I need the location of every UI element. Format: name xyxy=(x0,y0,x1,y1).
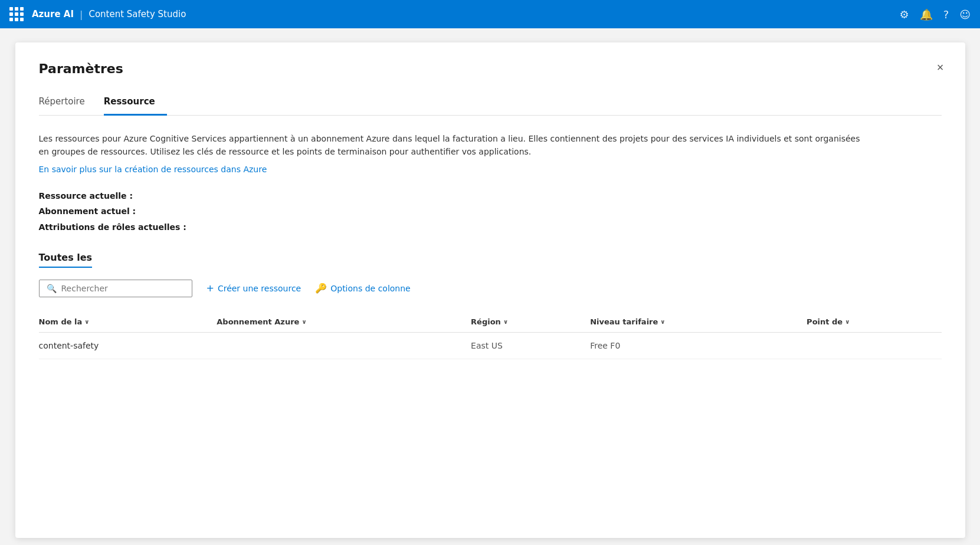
current-role-assignments-label: Attributions de rôles actuelles : xyxy=(39,219,942,235)
tab-description: Les ressources pour Azure Cognitive Serv… xyxy=(39,132,865,159)
help-icon[interactable]: ? xyxy=(943,8,949,21)
toolbar: 🔍 + Créer une ressource 🔑 Options de col… xyxy=(39,280,942,297)
search-input[interactable] xyxy=(61,284,185,293)
feedback-icon[interactable]: ☺ xyxy=(959,8,971,21)
resource-info: Ressource actuelle : Abonnement actuel :… xyxy=(39,188,942,235)
column-options-button[interactable]: 🔑 Options de colonne xyxy=(315,280,411,296)
sort-icon-subscription: ∨ xyxy=(301,319,306,325)
current-subscription-label: Abonnement actuel : xyxy=(39,203,942,219)
sort-icon-tier: ∨ xyxy=(660,319,665,325)
learn-more-link[interactable]: En savoir plus sur la création de ressou… xyxy=(39,165,942,174)
table-section-title: Toutes les xyxy=(39,252,93,268)
create-resource-button[interactable]: + Créer une ressource xyxy=(207,280,301,296)
tabs-container: Répertoire Ressource xyxy=(39,90,942,116)
topbar: Azure AI | Content Safety Studio ⚙ 🔔 ? ☺ xyxy=(0,0,980,28)
table-header-row: Nom de la ∨ Abonnement Azure ∨ Région ∨ xyxy=(39,311,942,333)
sort-icon-point: ∨ xyxy=(845,319,850,325)
plus-icon: + xyxy=(207,283,214,294)
table-row[interactable]: content-safety East US Free F0 xyxy=(39,332,942,359)
col-header-point[interactable]: Point de ∨ xyxy=(807,311,941,333)
app-name: Content Safety Studio xyxy=(89,9,186,19)
search-icon: 🔍 xyxy=(47,284,57,293)
topbar-icons: ⚙ 🔔 ? ☺ xyxy=(900,8,971,21)
table-section-header: Toutes les xyxy=(39,252,942,280)
create-resource-label: Créer une ressource xyxy=(218,284,301,293)
sort-icon-name: ∨ xyxy=(84,319,89,325)
sort-icon-region: ∨ xyxy=(503,319,508,325)
cell-point xyxy=(807,332,941,359)
tab-repertoire[interactable]: Répertoire xyxy=(39,90,97,116)
current-resource-label: Ressource actuelle : xyxy=(39,188,942,204)
app-brand: Azure AI xyxy=(32,9,74,19)
column-icon: 🔑 xyxy=(315,283,327,294)
tab-ressource[interactable]: Ressource xyxy=(104,90,167,116)
cell-tier: Free F0 xyxy=(590,332,807,359)
cell-name: content-safety xyxy=(39,332,217,359)
resource-table: Nom de la ∨ Abonnement Azure ∨ Région ∨ xyxy=(39,311,942,359)
panel-title: Paramètres xyxy=(39,61,942,76)
search-box[interactable]: 🔍 xyxy=(39,280,192,297)
column-options-label: Options de colonne xyxy=(330,284,411,293)
bell-icon[interactable]: 🔔 xyxy=(920,8,933,21)
settings-icon[interactable]: ⚙ xyxy=(900,8,909,21)
cell-region: East US xyxy=(471,332,590,359)
close-button[interactable]: × xyxy=(935,59,946,75)
col-header-tier[interactable]: Niveau tarifaire ∨ xyxy=(590,311,807,333)
col-header-subscription[interactable]: Abonnement Azure ∨ xyxy=(217,311,471,333)
col-header-region[interactable]: Région ∨ xyxy=(471,311,590,333)
topbar-separator: | xyxy=(80,9,83,20)
cell-subscription xyxy=(217,332,471,359)
col-header-name[interactable]: Nom de la ∨ xyxy=(39,311,217,333)
settings-panel: × Paramètres Répertoire Ressource Les re… xyxy=(15,42,965,538)
app-grid-icon[interactable] xyxy=(9,7,24,21)
